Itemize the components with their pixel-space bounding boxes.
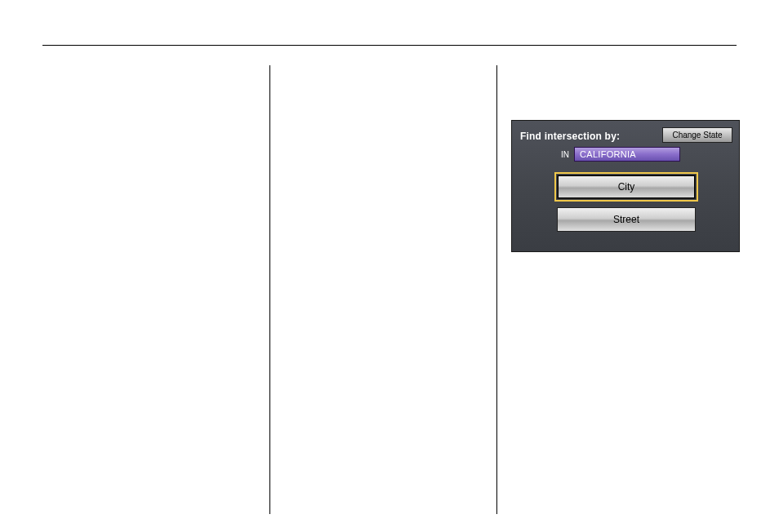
screen-title: Find intersection by: — [520, 131, 620, 142]
document-page: Find intersection by: Change State IN CA… — [0, 0, 779, 532]
change-state-button[interactable]: Change State — [662, 127, 732, 143]
navigation-screenshot: Find intersection by: Change State IN CA… — [511, 120, 740, 252]
in-label: IN — [561, 150, 569, 159]
state-row: IN CALIFORNIA — [561, 147, 680, 162]
street-button[interactable]: Street — [557, 207, 696, 232]
column-divider — [496, 65, 497, 514]
horizontal-rule — [42, 45, 737, 46]
column-divider — [269, 65, 270, 514]
state-field[interactable]: CALIFORNIA — [574, 147, 680, 162]
city-button[interactable]: City — [557, 175, 696, 199]
